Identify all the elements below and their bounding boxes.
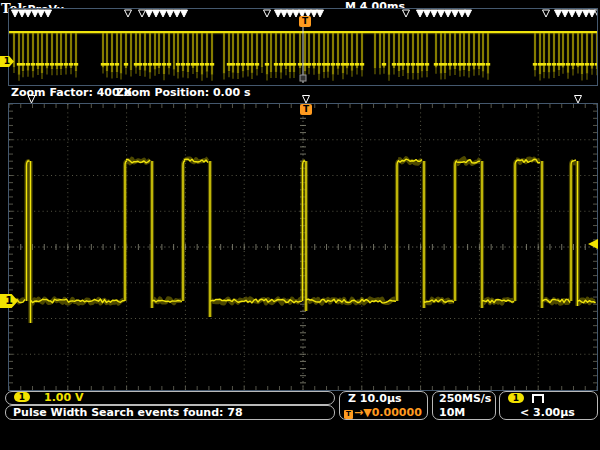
zoom-scale-value: Z 10.0µs [340,392,427,406]
trigger-position-marker-main[interactable]: T [300,104,312,115]
trigger-position-marker-overview[interactable]: T [299,16,311,27]
zoom-timebase-readout[interactable]: Z 10.0µs T→▼0.00000 s [339,391,428,420]
channel-scale-value: 1.00 V [44,391,83,404]
acquisition-readout[interactable]: 250MS/s 10M points [432,391,496,420]
channel-1-badge-status: 1 [14,392,30,402]
record-length-value: 10M points [439,406,495,420]
pulse-width-icon [532,394,544,403]
zoom-waveform-window[interactable] [8,103,598,391]
zoom-search-event-markers [28,96,582,104]
search-results-readout[interactable]: Pulse Width Search events found: 78 [5,405,335,420]
sample-rate-value: 250MS/s [439,392,495,406]
search-criteria-value: < 3.00µs [500,406,597,419]
channel-scale-readout[interactable]: 11.00 V [5,391,335,405]
channel-1-trace [9,158,596,323]
search-results-text: Pulse Width Search events found: 78 [13,406,243,419]
arrow-right-icon: → [354,406,363,419]
oscilloscope-screen: TekPreVu M 4.00ms 1 T Zoom Factor: 400 X… [0,0,600,450]
trigger-level-arrow[interactable] [588,239,598,249]
trigger-t-icon: T [344,410,353,419]
zoom-waveform [9,104,597,390]
search-criteria-readout[interactable]: 1 < 3.00µs [499,391,598,420]
triangle-down-icon: ▼ [363,406,371,419]
trigger-delay-readout: T→▼0.00000 s [340,406,427,420]
channel-1-badge-criteria: 1 [508,393,524,403]
